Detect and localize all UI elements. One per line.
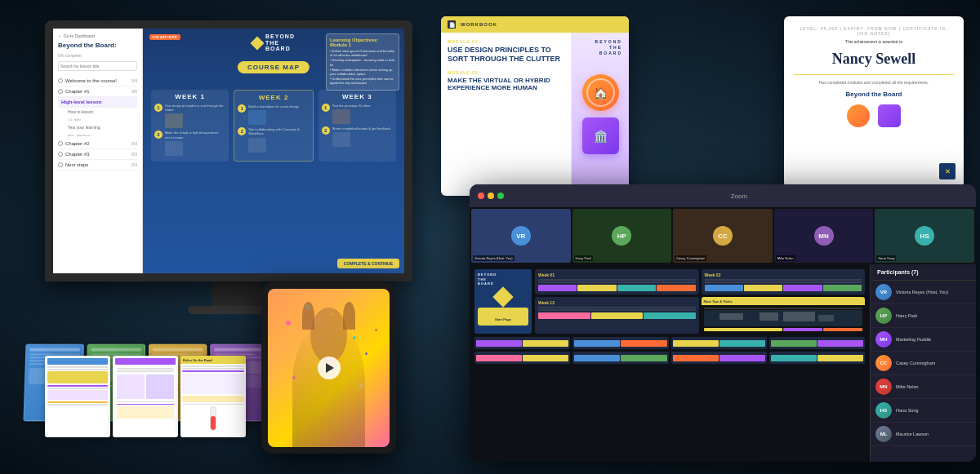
continent-asia	[783, 312, 815, 321]
bar-purple	[538, 285, 577, 291]
mini-line	[47, 369, 108, 370]
week-num-1: 1	[154, 104, 163, 112]
workbook-right-panel: BEYOND THE BOARD 🏠 🏛️	[572, 33, 629, 196]
menu-item-chapter2[interactable]: Chapter #2 0/3	[58, 139, 137, 149]
back-label: Go to Dashboard	[64, 33, 95, 38]
mini-line	[117, 370, 174, 372]
menu-item-chapter1[interactable]: Chapter #1 0/5	[58, 86, 137, 97]
learning-item-3: • Make confident decisions when setting …	[330, 68, 395, 76]
module2-title: MAKE THE VIRTUAL OR HYBRID EXPERIENCE MO…	[448, 77, 564, 92]
menu-label: Next steps	[65, 162, 88, 167]
maximize-window-button[interactable]	[497, 193, 504, 199]
participant-avatar-6: HS	[875, 402, 892, 419]
whiteboard-top-row: BEYONDTHEBOARD Start Page Week 01	[474, 269, 865, 334]
workbook-icon: 📄	[448, 20, 456, 29]
cert-divider	[794, 74, 954, 75]
zoom-body: BEYONDTHEBOARD Start Page Week 01	[470, 264, 976, 462]
zoom-content-area: BEYONDTHEBOARD Start Page Week 01	[470, 264, 870, 462]
tips-line	[704, 308, 863, 309]
menu-item-highlevel[interactable]: High-level lesson	[58, 97, 137, 108]
color-grid-8	[769, 352, 865, 364]
learning-obj-title: Learning Objectives: Module 1	[330, 38, 395, 47]
week2-text1: Build a foundation for smart design	[248, 104, 309, 109]
week02-card: Week 02	[702, 269, 866, 295]
cert-badge-item-2	[878, 104, 901, 127]
week3-text2: Share completed boards & get feedback	[332, 126, 393, 131]
mini-content	[180, 364, 246, 432]
cg-bar	[817, 340, 863, 347]
wb-brand-line1: BEYOND	[595, 39, 622, 45]
monitor-stand	[212, 281, 261, 306]
bar-purple	[783, 285, 822, 291]
participant-name-3: Casey Cunningham	[675, 255, 706, 261]
mini-block	[47, 390, 108, 400]
mini-line	[182, 370, 244, 372]
avatar-1: VR	[511, 226, 531, 246]
avatar-3: CC	[713, 226, 733, 246]
week-num-2: 2	[154, 131, 163, 139]
menu-dot	[58, 162, 63, 167]
zoom-participants-panel: Participants (7) VR Victoria Reyes (Host…	[870, 264, 976, 462]
participant-name-panel-3: Marketing Huddle	[896, 337, 971, 342]
menu-label: Chapter #1	[65, 89, 90, 94]
tips-content	[702, 305, 866, 334]
module2-label: MODULE 02	[448, 70, 564, 75]
week02-line	[705, 279, 862, 281]
menu-label: Welcome to the course!	[65, 78, 117, 83]
lesson-quiz[interactable]: quiz · questions	[58, 131, 137, 139]
week02-line	[705, 281, 862, 283]
cg-bar	[523, 355, 568, 361]
you-are-here-label: YOU ARE HERE!	[149, 34, 180, 40]
lesson-test[interactable]: Test your learning	[58, 123, 137, 131]
lms-interface: ← Go to Dashboard Beyond the Board: 0% c…	[53, 29, 404, 273]
lesson-video[interactable]: 1:1 video	[58, 116, 137, 123]
workbooks-row: Rules On the Road	[45, 356, 246, 437]
zoom-content-inner: BEYONDTHEBOARD Start Page Week 01	[470, 264, 870, 462]
participant-avatar-2: HP	[875, 308, 892, 324]
menu-dot	[58, 89, 63, 94]
participant-thumb-2: HP Harry Park	[572, 209, 672, 263]
lesson-how-to[interactable]: How to lesson	[58, 108, 137, 116]
week3-text1: Test the prototype & refine	[332, 104, 393, 108]
back-button[interactable]: ← Go to Dashboard	[58, 33, 137, 38]
menu-item-chapter3[interactable]: Chapter #3 0/3	[58, 149, 137, 160]
course-title: Beyond the Board:	[58, 42, 137, 50]
cg-bar	[476, 340, 522, 347]
wb-brand-line2: THE	[595, 45, 622, 51]
week1-column: WEEK 1 1 Use design principles to sort t…	[151, 90, 229, 162]
color-grid-4	[769, 337, 865, 349]
week12-line	[538, 307, 696, 308]
tips-card: Must Tips & Tricks	[702, 297, 866, 334]
learning-objectives-box: Learning Objectives: Module 1 • Define w…	[326, 33, 399, 91]
cg-bar	[621, 355, 666, 361]
doc-stripe	[153, 348, 203, 352]
zoom-title: Zoom	[510, 193, 968, 200]
search-input[interactable]	[58, 61, 137, 71]
menu-item-welcome[interactable]: Welcome to the course! 0/4	[58, 76, 137, 86]
bar-pink	[538, 312, 590, 319]
cg-bar	[621, 340, 666, 347]
week1-item1: 1 Use design principles to sort through …	[154, 104, 225, 128]
mini-workbook-2	[113, 356, 178, 437]
confetti-8	[375, 329, 377, 331]
participant-row-3: MH Marketing Huddle	[871, 328, 976, 352]
mini-line	[117, 368, 174, 370]
participant-info-2: Harry Park	[896, 313, 971, 318]
ear-right	[343, 302, 355, 330]
video-play-button[interactable]	[318, 357, 341, 379]
menu-item-nextsteps[interactable]: Next steps 0/3	[58, 160, 137, 171]
cert-achievement-text: This achievement is awarded to	[794, 39, 954, 44]
workbook-tab-label: WORKBOOK	[461, 22, 497, 27]
participant-row-7: ML Maurice Lawson	[871, 423, 976, 446]
cert-badge-circle-2	[878, 104, 901, 127]
mini-header	[47, 358, 108, 365]
week01-card: Week 01	[535, 269, 699, 295]
participant-name-panel-5: Mike Nolan	[896, 384, 971, 389]
week1-item2: 2 Make the virtual or hybrid experience …	[154, 131, 225, 155]
complete-continue-button[interactable]: COMPLETE & CONTINUE	[337, 259, 399, 268]
close-window-button[interactable]	[478, 193, 484, 199]
participant-thumb-5: HS Hana Song	[875, 209, 974, 263]
minimize-window-button[interactable]	[488, 193, 494, 199]
cert-description: Has completed modules and completed all …	[794, 80, 954, 86]
color-grid-section	[474, 337, 865, 364]
